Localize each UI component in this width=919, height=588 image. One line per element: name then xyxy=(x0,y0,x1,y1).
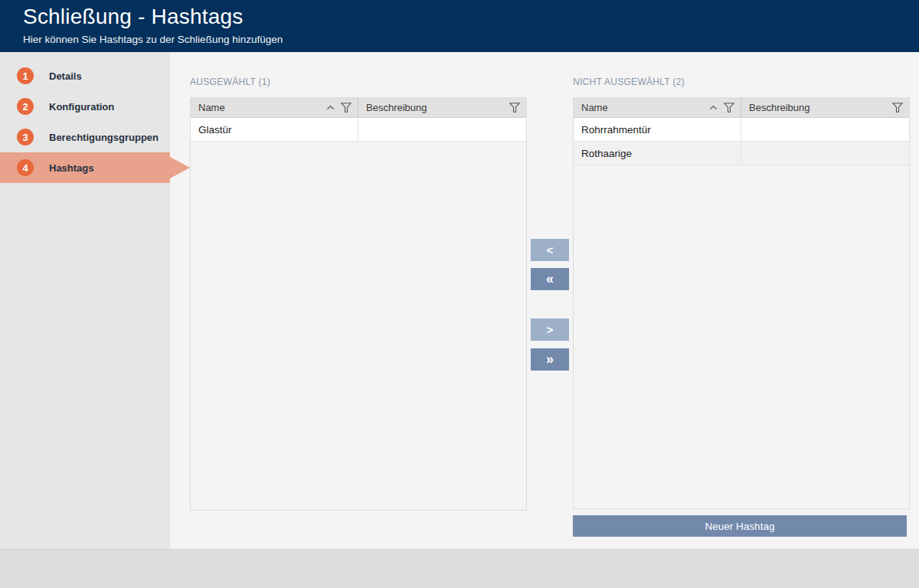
move-all-right-button[interactable]: » xyxy=(531,348,569,371)
chevron-right-icon: > xyxy=(547,323,554,336)
page-subtitle: Hier können Sie Hashtags zu der Schließu… xyxy=(23,34,283,45)
step-konfiguration[interactable]: 2 Konfiguration xyxy=(0,91,170,122)
step-number-badge: 1 xyxy=(17,67,34,84)
selected-list-label: AUSGEWÄHLT (1) xyxy=(190,77,270,87)
filter-icon[interactable] xyxy=(509,103,520,113)
new-hashtag-button[interactable]: Neuer Hashtag xyxy=(573,515,907,537)
column-header-description[interactable]: Beschreibung xyxy=(741,98,909,117)
step-hashtags-active[interactable]: 4 Hashtags xyxy=(0,152,170,183)
table-row[interactable]: Rothaarige xyxy=(574,142,909,165)
step-label: Berechtigungsgruppen xyxy=(49,132,159,143)
step-number-badge: 3 xyxy=(17,129,34,145)
move-left-button[interactable]: < xyxy=(531,239,569,261)
column-header-name-label: Name xyxy=(581,102,608,113)
move-all-left-button[interactable]: « xyxy=(531,268,569,290)
cell-name: Rothaarige xyxy=(574,142,741,165)
column-header-name-label: Name xyxy=(198,102,225,113)
cell-description xyxy=(741,118,909,141)
page-title: Schließung - Hashtags xyxy=(23,5,243,29)
column-header-name[interactable]: Name xyxy=(574,98,741,117)
cell-description xyxy=(741,142,909,165)
selected-table: Name Beschreibung Glastür xyxy=(190,97,527,511)
column-header-name[interactable]: Name xyxy=(191,98,358,117)
cell-description xyxy=(358,118,526,141)
sort-ascending-icon[interactable] xyxy=(326,105,335,110)
unselected-list-label: NICHT AUSGEWÄHLT (2) xyxy=(573,77,685,87)
sort-ascending-icon[interactable] xyxy=(709,105,718,110)
step-label: Hashtags xyxy=(49,162,94,174)
cell-name: Rohrrahmentür xyxy=(574,118,741,141)
step-number-badge: 4 xyxy=(17,159,34,176)
step-details[interactable]: 1 Details xyxy=(0,60,170,91)
move-right-button[interactable]: > xyxy=(531,318,569,341)
wizard-window: Schließung - Hashtags Hier können Sie Ha… xyxy=(0,0,919,588)
header-bar: Schließung - Hashtags Hier können Sie Ha… xyxy=(0,0,919,52)
selected-table-header: Name Beschreibung xyxy=(191,98,526,118)
table-row[interactable]: Glastür xyxy=(191,118,526,142)
filter-icon[interactable] xyxy=(724,103,734,113)
column-header-description[interactable]: Beschreibung xyxy=(358,98,526,117)
filter-icon[interactable] xyxy=(341,103,352,113)
table-row[interactable]: Rohrrahmentür xyxy=(574,118,909,142)
filter-icon[interactable] xyxy=(892,103,903,113)
wizard-step-sidebar: 1 Details 2 Konfiguration 3 Berechtigung… xyxy=(0,52,170,549)
column-header-description-label: Beschreibung xyxy=(749,102,810,113)
chevron-left-icon: < xyxy=(547,243,554,256)
cell-name: Glastür xyxy=(191,118,358,141)
step-number-badge: 2 xyxy=(17,98,34,115)
double-chevron-right-icon: » xyxy=(546,351,554,368)
step-label: Details xyxy=(49,70,82,82)
step-berechtigungsgruppen[interactable]: 3 Berechtigungsgruppen xyxy=(0,122,170,152)
double-chevron-left-icon: « xyxy=(546,271,554,287)
footer-bar: Weiteres Objekt erstellen < Zurück Weite… xyxy=(0,549,919,588)
unselected-table-header: Name Beschreibung xyxy=(574,98,909,118)
unselected-table: Name Beschreibung Rohrrahmentür xyxy=(573,97,910,509)
column-header-description-label: Beschreibung xyxy=(366,102,427,113)
step-label: Konfiguration xyxy=(49,101,114,113)
